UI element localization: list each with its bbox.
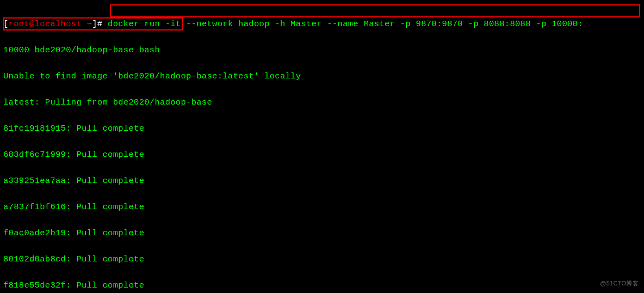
output-layer-4: f0ac0ade2b19: Pull complete: [3, 227, 641, 240]
output-layer-6: f818e55de32f: Pull complete: [3, 279, 641, 292]
output-layer-1: 683df6c71999: Pull complete: [3, 148, 641, 161]
prompt-bracket-close: ]#: [92, 19, 108, 29]
prompt-user-host: root@localhost: [9, 19, 87, 29]
prompt-bracket-open: [: [3, 19, 9, 29]
output-layer-3: a7837f1bf616: Pull complete: [3, 200, 641, 213]
watermark: @51CTO博客: [600, 277, 639, 290]
output-layer-5: 80102d0ab8cd: Pull complete: [3, 253, 641, 266]
command-line-1: [root@localhost ~]# docker run -it --net…: [3, 17, 641, 30]
command-line-2: 10000 bde2020/hadoop-base bash: [3, 44, 641, 57]
prompt-path: ~: [87, 19, 92, 29]
command-text-1: docker run -it --network hadoop -h Maste…: [108, 19, 583, 29]
output-layer-0: 81fc19181915: Pull complete: [3, 122, 641, 135]
output-layer-2: a339251ea7aa: Pull complete: [3, 174, 641, 187]
output-pulling: latest: Pulling from bde2020/hadoop-base: [3, 96, 641, 109]
terminal-output: [root@localhost ~]# docker run -it --net…: [3, 4, 641, 293]
output-unable: Unable to find image 'bde2020/hadoop-bas…: [3, 70, 641, 83]
